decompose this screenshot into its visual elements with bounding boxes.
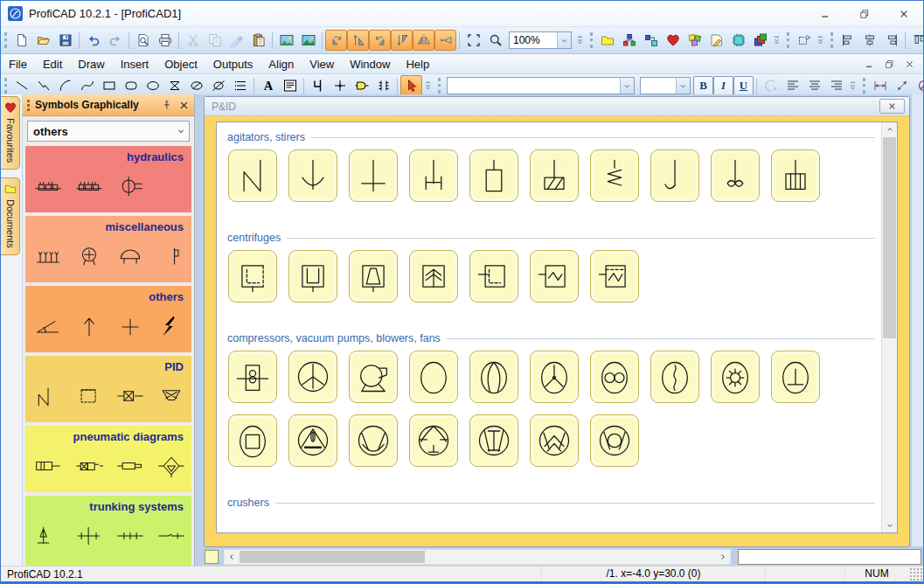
text-align-center-button[interactable] <box>803 75 825 96</box>
liquid-ring-tile[interactable] <box>650 351 699 403</box>
close-button[interactable] <box>884 1 923 26</box>
toolbar-grip[interactable] <box>830 32 833 48</box>
special-characters-button[interactable] <box>760 75 782 96</box>
pin-panel-button[interactable] <box>159 98 174 113</box>
valve-assembly-symbol[interactable] <box>75 455 103 477</box>
bold-button[interactable]: B <box>693 76 713 95</box>
insert-terminals-button[interactable] <box>372 75 394 96</box>
mdi-close-button[interactable] <box>900 57 919 71</box>
insert-text-button[interactable]: A <box>257 75 279 96</box>
align-top-button[interactable] <box>908 30 923 51</box>
dimension-none-button[interactable] <box>913 75 923 96</box>
agitator-helix-tile[interactable] <box>590 149 639 202</box>
toolbar-overflow-chevron[interactable] <box>574 31 586 50</box>
dome-cover-symbol[interactable] <box>116 245 144 268</box>
blower-housing-tile[interactable] <box>349 351 398 403</box>
insert-text-block-button[interactable] <box>279 75 301 96</box>
piston-pump-tile[interactable] <box>469 414 518 467</box>
print-preview-button[interactable] <box>132 30 154 51</box>
text-align-left-button[interactable] <box>782 75 803 96</box>
centrifuge-zigzag-tile[interactable] <box>530 250 579 302</box>
draw-arc-button[interactable] <box>54 75 76 96</box>
fan-turbine-tile[interactable] <box>288 351 337 403</box>
side-tab-favourites[interactable]: Favourites <box>1 96 20 170</box>
draw-rectangle-button[interactable] <box>98 75 120 96</box>
cut-button[interactable] <box>182 30 204 51</box>
docked-input-box[interactable] <box>738 549 921 565</box>
chevron-down-icon[interactable] <box>173 126 189 136</box>
insert-picture-button[interactable] <box>297 30 319 51</box>
agitator-hook-tile[interactable] <box>650 149 699 202</box>
cylinder-symbol[interactable] <box>34 455 62 477</box>
side-tab-documents[interactable]: Documents <box>1 177 20 255</box>
save-button[interactable] <box>54 30 76 51</box>
maximize-button[interactable] <box>844 1 884 26</box>
arrow-up-symbol[interactable] <box>75 315 103 337</box>
fan-propeller-bar-tile[interactable] <box>288 414 337 467</box>
cylinder-small-symbol[interactable] <box>116 455 144 477</box>
small-flag-symbol[interactable] <box>157 245 185 268</box>
align-left-button[interactable] <box>837 30 858 51</box>
flip-down-button[interactable] <box>391 30 413 51</box>
pointer-select-button[interactable] <box>400 75 422 96</box>
mdi-right-scroll-strip[interactable] <box>911 94 923 546</box>
earthing-device-symbol[interactable] <box>75 245 103 268</box>
draw-multiline-button[interactable] <box>229 75 251 96</box>
menu-draw[interactable]: Draw <box>70 54 112 73</box>
plus-symbol[interactable] <box>116 315 144 337</box>
rotate-left-button[interactable] <box>325 30 347 51</box>
centrifuge-basket-tile[interactable] <box>288 250 337 302</box>
align-right-button[interactable] <box>880 30 902 51</box>
new-document-button[interactable] <box>10 30 32 51</box>
symbols-tree-button[interactable] <box>618 30 640 51</box>
menu-window[interactable]: Window <box>342 54 398 73</box>
insert-gate-button[interactable] <box>351 75 372 96</box>
mdi-restore-button[interactable] <box>880 57 899 71</box>
paste-button[interactable] <box>247 30 269 51</box>
edit-symbol-button[interactable] <box>705 30 727 51</box>
zoom-magnifier-button[interactable] <box>484 30 506 51</box>
page-tab[interactable] <box>205 550 219 564</box>
menu-file[interactable]: File <box>1 54 35 73</box>
layers-button[interactable] <box>749 30 771 51</box>
menu-outputs[interactable]: Outputs <box>205 54 261 73</box>
undo-button[interactable] <box>82 30 104 51</box>
agitator-grid-tile[interactable] <box>771 149 820 202</box>
diamond-valve-symbol[interactable] <box>157 455 185 477</box>
document-close-button[interactable] <box>879 99 905 114</box>
panel-grip[interactable] <box>27 100 30 111</box>
insert-symbol-button[interactable] <box>640 30 662 51</box>
ring-pump-tile[interactable] <box>590 414 639 467</box>
print-button[interactable] <box>154 30 176 51</box>
draw-ellipse-button[interactable] <box>142 75 163 96</box>
toolbar-overflow-chevron[interactable] <box>815 31 826 50</box>
insert-point-button[interactable] <box>329 75 351 96</box>
toolbar-grip[interactable] <box>863 78 865 94</box>
inline-valve-symbol[interactable] <box>116 385 144 407</box>
angle-symbol[interactable] <box>34 315 62 337</box>
italic-button[interactable]: I <box>713 76 733 95</box>
rotate-right-button[interactable] <box>369 30 391 51</box>
toolbar-overflow-chevron[interactable] <box>771 31 782 50</box>
hydraulic-assembly-1-symbol[interactable] <box>34 175 62 198</box>
menu-insert[interactable]: Insert <box>113 54 157 73</box>
mirror-left-button[interactable] <box>434 30 456 51</box>
lobe-pump-tile[interactable] <box>590 351 639 403</box>
scroll-right-arrow[interactable] <box>716 550 730 564</box>
toolbar-grip[interactable] <box>438 78 441 94</box>
mirror-horizontal-button[interactable] <box>413 30 434 51</box>
draw-line-button[interactable] <box>10 75 32 96</box>
text-align-right-button[interactable] <box>825 75 847 96</box>
zoom-area-button[interactable] <box>462 30 484 51</box>
minimize-button[interactable] <box>805 1 844 26</box>
symbols-folder-button[interactable] <box>596 30 618 51</box>
seedling-row-symbol[interactable] <box>34 245 62 268</box>
compressor-square-tile[interactable] <box>228 414 277 467</box>
hydraulic-assembly-2-symbol[interactable] <box>75 175 103 198</box>
agitator-paddle-tile[interactable] <box>409 149 458 202</box>
compressor-rect-rotor-tile[interactable] <box>228 351 277 403</box>
scroll-down-arrow[interactable] <box>882 518 897 532</box>
resize-grip[interactable] <box>908 567 923 581</box>
agitator-propeller-small-tile[interactable] <box>711 149 760 202</box>
agitator-zigzag-small-symbol[interactable] <box>34 385 62 407</box>
